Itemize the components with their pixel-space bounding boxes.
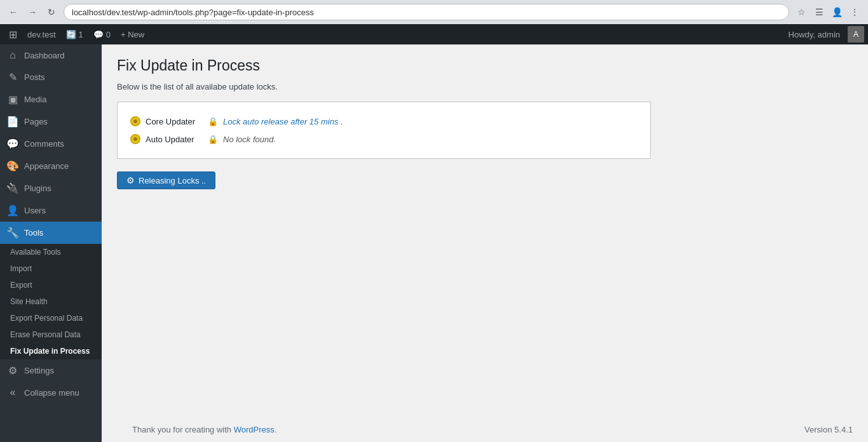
wordpress-link[interactable]: WordPress <box>234 425 275 434</box>
settings-icon: ⚙ <box>6 365 19 377</box>
sidebar-item-posts[interactable]: ✎ Posts <box>0 66 102 88</box>
sidebar-sub-available-tools[interactable]: Available Tools <box>0 244 102 260</box>
reload-button[interactable]: ↻ <box>44 5 58 19</box>
sidebar-item-dashboard[interactable]: ⌂ Dashboard <box>0 44 102 66</box>
back-button[interactable]: ← <box>6 5 20 19</box>
sidebar-label-users: Users <box>24 206 46 215</box>
wp-logo-item[interactable]: ⊞ <box>4 24 22 44</box>
avatar: A <box>848 26 864 43</box>
sidebar-item-appearance[interactable]: 🎨 Appearance <box>0 155 102 177</box>
release-locks-button[interactable]: ⚙ Releasing Locks .. <box>117 171 215 189</box>
core-status-dot <box>130 116 140 126</box>
pages-icon: 📄 <box>6 116 19 128</box>
sidebar-sub-import[interactable]: Import <box>0 260 102 277</box>
core-lock-message: Lock auto release after 15 mins . <box>223 117 343 126</box>
plugins-icon: 🔌 <box>6 182 19 194</box>
dashboard-icon: ⌂ <box>6 50 19 61</box>
sidebar-label-appearance: Appearance <box>24 161 69 171</box>
site-health-label: Site Health <box>10 297 48 306</box>
main-wrap: Fix Update in Process Below is the list … <box>102 44 868 442</box>
export-personal-label: Export Personal Data <box>10 314 83 323</box>
tools-icon: 🔧 <box>6 227 19 239</box>
export-label: Export <box>10 281 32 290</box>
tools-submenu: Available Tools Import Export Site Healt… <box>0 244 102 359</box>
version-text: Version 5.4.1 <box>804 425 853 434</box>
collapse-label: Collapse menu <box>24 388 79 398</box>
sidebar-label-plugins: Plugins <box>24 184 51 193</box>
page-title: Fix Update in Process <box>117 57 853 74</box>
howdy-text: Howdy, admin <box>783 30 845 39</box>
sidebar-sub-export[interactable]: Export <box>0 277 102 293</box>
core-lock-icon: 🔒 <box>208 117 218 126</box>
fix-update-label: Fix Update in Process <box>10 347 90 356</box>
bookmark-button[interactable]: ☆ <box>794 5 808 19</box>
wp-logo-icon: ⊞ <box>9 29 17 41</box>
url-bar[interactable]: localhost/dev.test/wp-admin/tools.php?pa… <box>64 4 789 20</box>
sidebar-label-pages: Pages <box>24 117 48 126</box>
sidebar-sub-fix-update[interactable]: Fix Update in Process <box>0 343 102 359</box>
sidebar-label-tools: Tools <box>24 228 43 238</box>
sidebar-item-settings[interactable]: ⚙ Settings <box>0 359 102 382</box>
browser-chrome: ← → ↻ localhost/dev.test/wp-admin/tools.… <box>0 0 868 24</box>
wp-layout: ⌂ Dashboard ✎ Posts ▣ Media 📄 Pages 💬 Co… <box>0 44 868 442</box>
sidebar-item-media[interactable]: ▣ Media <box>0 88 102 110</box>
sidebar-item-comments[interactable]: 💬 Comments <box>0 133 102 155</box>
sidebar-item-tools[interactable]: 🔧 Tools <box>0 222 102 244</box>
media-icon: ▣ <box>6 93 19 105</box>
url-text: localhost/dev.test/wp-admin/tools.php?pa… <box>72 8 314 17</box>
comments-icon: 💬 <box>93 30 104 39</box>
sidebar-label-media: Media <box>24 95 46 104</box>
sidebar-label-comments: Comments <box>24 139 64 149</box>
site-name-item[interactable]: dev.test <box>22 24 61 44</box>
sidebar-item-collapse[interactable]: « Collapse menu <box>0 382 102 403</box>
posts-icon: ✎ <box>6 71 19 83</box>
sidebar-label-posts: Posts <box>24 72 45 82</box>
comments-item[interactable]: 💬 0 <box>88 24 116 44</box>
adminbar-right: Howdy, admin A <box>783 26 864 43</box>
browser-actions: ☆ ☰ 👤 ⋮ <box>794 5 862 19</box>
collapse-icon: « <box>6 387 19 398</box>
footer-period: . <box>275 425 277 434</box>
footer-area: Thank you for creating with WordPress. V… <box>102 417 868 442</box>
lock-row-core: Core Updater 🔒 Lock auto release after 1… <box>130 112 637 130</box>
updates-count: 1 <box>79 30 83 39</box>
new-label: + New <box>121 30 144 39</box>
sidebar-item-users[interactable]: 👤 Users <box>0 199 102 222</box>
sidebar-sub-export-personal[interactable]: Export Personal Data <box>0 310 102 326</box>
comments-count: 0 <box>106 30 111 39</box>
main-content: Fix Update in Process Below is the list … <box>102 44 868 417</box>
users-icon: 👤 <box>6 204 19 217</box>
auto-dot-inner <box>133 137 137 141</box>
sidebar-sub-erase-personal[interactable]: Erase Personal Data <box>0 326 102 343</box>
available-tools-label: Available Tools <box>10 248 61 257</box>
profile-button[interactable]: 👤 <box>830 5 844 19</box>
new-item[interactable]: + New <box>116 24 149 44</box>
lock-row-auto: Auto Updater 🔒 No lock found. <box>130 130 637 148</box>
menu-button[interactable]: ⋮ <box>848 5 862 19</box>
auto-lock-message: No lock found. <box>223 135 276 144</box>
spin-icon: ⚙ <box>126 175 135 185</box>
auto-updater-name: Auto Updater <box>146 135 203 144</box>
comments-icon: 💬 <box>6 138 19 150</box>
erase-personal-label: Erase Personal Data <box>10 330 81 339</box>
sidebar-item-pages[interactable]: 📄 Pages <box>0 110 102 133</box>
sidebar: ⌂ Dashboard ✎ Posts ▣ Media 📄 Pages 💬 Co… <box>0 44 102 442</box>
forward-button[interactable]: → <box>25 5 39 19</box>
site-name-text: dev.test <box>27 30 56 39</box>
footer-right: Version 5.4.1 <box>804 425 853 434</box>
sidebar-label-settings: Settings <box>24 366 54 375</box>
core-updater-name: Core Updater <box>146 117 203 126</box>
core-dot-inner <box>133 119 137 123</box>
auto-status-dot <box>130 134 140 144</box>
sidebar-label-dashboard: Dashboard <box>24 51 65 60</box>
wp-admin-bar: ⊞ dev.test 🔄 1 💬 0 + New Howdy, admin A <box>0 24 868 44</box>
footer-thank-text: Thank you for creating with <box>132 425 234 434</box>
updates-item[interactable]: 🔄 1 <box>61 24 88 44</box>
release-locks-label: Releasing Locks .. <box>139 176 206 185</box>
sidebar-item-plugins[interactable]: 🔌 Plugins <box>0 177 102 199</box>
extensions-button[interactable]: ☰ <box>812 5 826 19</box>
page-description: Below is the list of all availabe update… <box>117 82 853 91</box>
appearance-icon: 🎨 <box>6 160 19 172</box>
sidebar-sub-site-health[interactable]: Site Health <box>0 293 102 310</box>
updates-icon: 🔄 <box>66 30 76 39</box>
